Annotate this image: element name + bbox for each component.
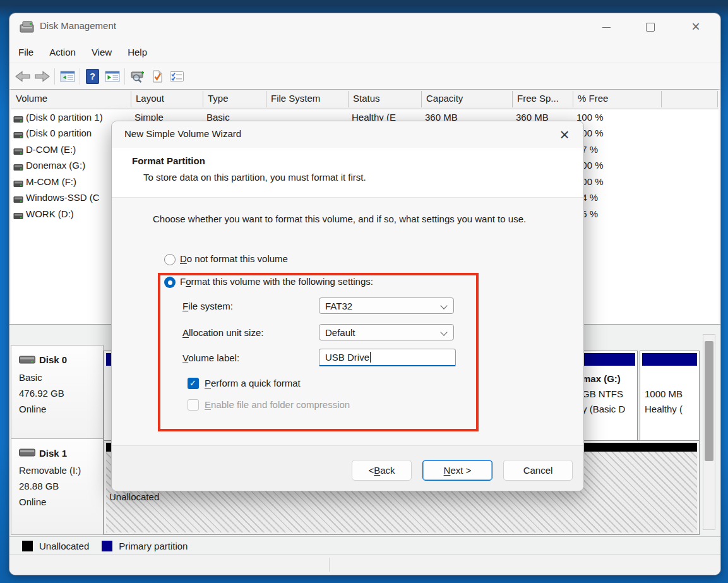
dialog-close-button[interactable] — [554, 125, 575, 144]
disk1-name: Disk 1 — [39, 448, 67, 459]
partition-size: GB NTFS — [582, 387, 625, 402]
console-tree-icon[interactable] — [57, 68, 77, 85]
disk1-panel[interactable]: Disk 1 Removable (I:) 28.88 GB Online — [11, 438, 104, 535]
disk-icon — [19, 448, 35, 459]
legend-primary-partition: Primary partition — [119, 541, 188, 551]
primary-partition-swatch — [102, 541, 112, 551]
help-glyph — [86, 69, 99, 84]
chevron-down-icon — [440, 328, 447, 335]
minimize-icon — [602, 27, 611, 28]
check-document-icon[interactable] — [147, 68, 167, 85]
header-divider — [348, 91, 349, 107]
next-button[interactable]: Next > — [422, 460, 492, 481]
compression-checkbox — [188, 399, 199, 411]
allocation-unit-select[interactable]: Default — [319, 324, 454, 340]
partition-block-1000mb[interactable]: 1000 MB Healthy ( — [640, 351, 700, 447]
disk0-name: Disk 0 — [39, 354, 67, 365]
quick-format-checkbox[interactable] — [188, 378, 199, 389]
new-simple-volume-wizard-dialog: New Simple Volume Wizard Format Partitio… — [111, 121, 584, 491]
dialog-title: New Simple Volume Wizard — [124, 128, 241, 139]
volume-icon — [13, 130, 23, 141]
help-icon[interactable] — [83, 68, 102, 85]
back-button[interactable]: < Back — [352, 460, 412, 481]
toolbar — [9, 63, 720, 90]
partition-status: Healthy ( — [645, 402, 683, 417]
disk1-size: 28.88 GB — [19, 481, 59, 491]
cell-volume: D-COM (E:) — [26, 144, 76, 155]
volume-icon — [13, 179, 23, 189]
menu-file[interactable]: File — [18, 47, 33, 57]
header-divider — [131, 91, 131, 107]
file-system-value: FAT32 — [325, 301, 352, 311]
primary-partition-band — [642, 353, 697, 366]
cell-volume: Donemax (G:) — [26, 160, 85, 171]
cell-volume: (Disk 0 partition — [26, 128, 92, 138]
radio-do-not-format-label[interactable]: Do not format this volume — [180, 253, 288, 264]
cell-volume: WORK (D:) — [26, 208, 74, 219]
disk0-status: Online — [19, 404, 46, 414]
partition-block-text: 1000 MB Healthy ( — [645, 387, 683, 417]
disk0-size: 476.92 GB — [19, 388, 64, 399]
checklist-icon[interactable] — [167, 68, 186, 85]
partition-status: y (Basic D — [582, 402, 625, 417]
header-divider — [266, 91, 266, 107]
volume-label-label: Volume label: — [182, 352, 239, 363]
dialog-header: Format Partition To store data on this p… — [112, 148, 583, 198]
menu-bar: File Action View Help — [9, 41, 720, 63]
back-icon[interactable] — [13, 68, 32, 85]
disk-search-icon[interactable] — [128, 68, 147, 85]
app-icon — [20, 21, 35, 35]
volume-icon — [13, 162, 23, 173]
dialog-footer: < Back Next > Cancel — [112, 445, 583, 491]
cell-volume: Windows-SSD (C — [26, 192, 100, 203]
disk1-status: Online — [19, 496, 46, 507]
volume-label-input[interactable]: USB Drive — [319, 349, 456, 366]
chevron-down-icon — [440, 302, 447, 309]
file-system-label: File system: — [182, 301, 233, 311]
radio-format-volume-label[interactable]: Format this volume with the following se… — [180, 276, 373, 287]
file-system-select[interactable]: FAT32 — [319, 298, 454, 314]
title-bar: Disk Management — [9, 13, 720, 41]
close-icon — [691, 20, 700, 34]
col-layout[interactable]: Layout — [136, 93, 164, 104]
cancel-button[interactable]: Cancel — [503, 460, 573, 481]
header-divider — [661, 91, 662, 107]
scrollbar[interactable] — [703, 334, 715, 530]
disk0-panel[interactable]: Disk 0 Basic 476.92 GB Online — [11, 345, 104, 448]
volume-icon — [13, 114, 23, 125]
unallocated-swatch — [22, 541, 33, 551]
col-file-system[interactable]: File System — [271, 93, 320, 104]
cell-volume: M-COM (F:) — [26, 176, 76, 187]
header-divider — [573, 91, 573, 107]
maximize-button[interactable] — [636, 18, 665, 37]
volume-list-header: Volume Layout Type File System Status Ca… — [11, 90, 719, 109]
forward-icon[interactable] — [32, 68, 52, 85]
cell-volume: (Disk 0 partition 1) — [26, 112, 103, 123]
unallocated-label: Unallocated — [109, 491, 159, 502]
close-button[interactable] — [680, 18, 712, 37]
col-free-space[interactable]: Free Sp... — [517, 93, 559, 104]
menu-help[interactable]: Help — [128, 47, 147, 57]
col-status[interactable]: Status — [353, 93, 380, 104]
scrollbar-thumb[interactable] — [705, 341, 713, 461]
menu-view[interactable]: View — [92, 47, 112, 57]
dialog-subheading: To store data on this partition, you mus… — [143, 172, 366, 183]
disk-management-window: Disk Management File Action View Help — [9, 13, 721, 575]
disk0-type: Basic — [19, 372, 42, 383]
quick-format-label[interactable]: Perform a quick format — [205, 378, 301, 388]
volume-label-value: USB Drive — [325, 352, 369, 363]
toolbar-separator — [80, 68, 80, 85]
col-capacity[interactable]: Capacity — [426, 93, 463, 104]
partition-block-text: max (G:) GB NTFS y (Basic D — [582, 371, 625, 417]
menu-action[interactable]: Action — [49, 47, 76, 57]
disk1-type: Removable (I:) — [19, 465, 81, 476]
window-title: Disk Management — [40, 20, 116, 31]
col-volume[interactable]: Volume — [16, 93, 47, 104]
minimize-button[interactable] — [592, 18, 621, 37]
radio-format-volume[interactable] — [164, 277, 176, 288]
allocation-unit-label: Allocation unit size: — [182, 327, 263, 338]
action-pane-icon[interactable] — [102, 68, 122, 85]
radio-do-not-format[interactable] — [164, 254, 176, 265]
col-type[interactable]: Type — [208, 93, 229, 104]
col-pct-free[interactable]: % Free — [578, 93, 608, 104]
